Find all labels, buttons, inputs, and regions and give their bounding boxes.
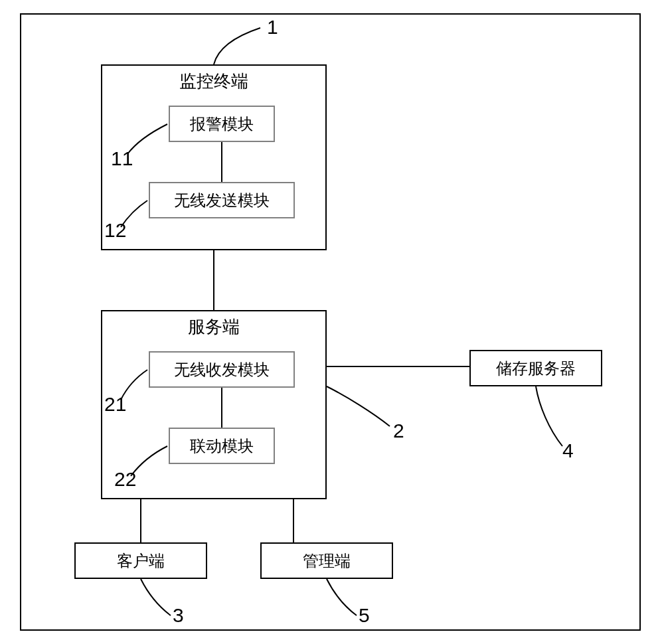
- label-21: 21: [104, 393, 126, 416]
- wireless-send-module-text: 无线发送模块: [174, 190, 270, 211]
- storage-server-box: 储存服务器: [469, 350, 602, 386]
- monitor-terminal-box: 监控终端 报警模块 无线发送模块: [101, 64, 327, 250]
- server-title: 服务端: [102, 315, 325, 339]
- linkage-module-text: 联动模块: [190, 436, 254, 457]
- label-12: 12: [104, 219, 126, 242]
- connector-monitor-to-server: [213, 250, 214, 310]
- client-text: 客户端: [117, 550, 165, 572]
- alarm-module-text: 报警模块: [190, 114, 254, 135]
- label-1: 1: [267, 16, 278, 39]
- wireless-trx-module-text: 无线收发模块: [174, 359, 270, 380]
- connector-server-to-storage: [327, 366, 469, 367]
- management-text: 管理端: [303, 550, 351, 572]
- monitor-terminal-title: 监控终端: [102, 70, 325, 93]
- label-22: 22: [114, 468, 136, 491]
- outer-frame: 监控终端 报警模块 无线发送模块 1 11 12 服务端 无线收发模块 联动模: [20, 13, 641, 631]
- connector-trx-to-linkage: [221, 388, 222, 428]
- label-3: 3: [173, 604, 184, 627]
- label-11: 11: [111, 147, 133, 170]
- storage-server-text: 储存服务器: [496, 358, 576, 379]
- linkage-module-box: 联动模块: [169, 428, 275, 464]
- connector-alarm-to-send: [221, 142, 222, 182]
- management-box: 管理端: [260, 542, 393, 579]
- wireless-send-module-box: 无线发送模块: [149, 182, 295, 218]
- label-4: 4: [562, 440, 574, 462]
- label-5: 5: [359, 604, 370, 627]
- connector-server-to-management: [293, 499, 294, 542]
- label-2: 2: [393, 420, 404, 442]
- client-box: 客户端: [74, 542, 207, 579]
- wireless-trx-module-box: 无线收发模块: [149, 351, 295, 388]
- connector-server-to-client: [140, 499, 141, 542]
- alarm-module-box: 报警模块: [169, 106, 275, 142]
